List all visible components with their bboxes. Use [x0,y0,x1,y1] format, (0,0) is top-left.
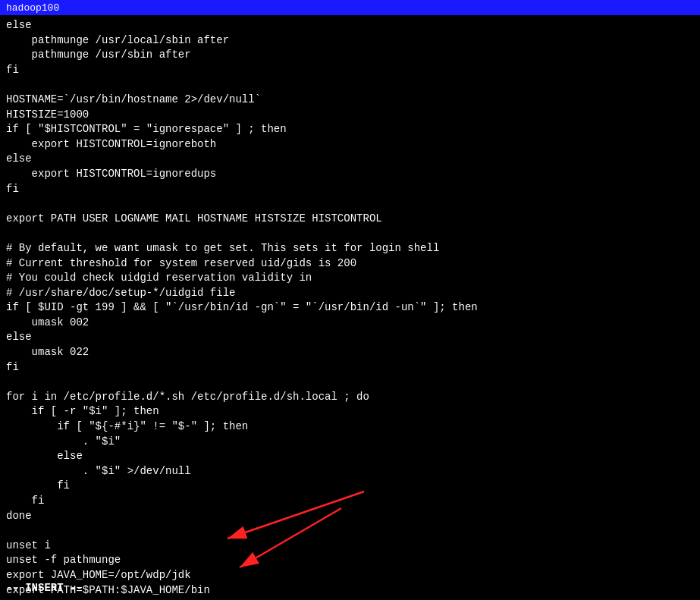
title-text: hadoop100 [6,2,59,14]
terminal-content: else pathmunge /usr/local/sbin after pat… [6,18,694,598]
status-bar: -- INSERT -- [6,582,83,594]
title-bar: hadoop100 [0,0,700,15]
terminal-window: hadoop100 else pathmunge /usr/local/sbin… [0,0,700,600]
